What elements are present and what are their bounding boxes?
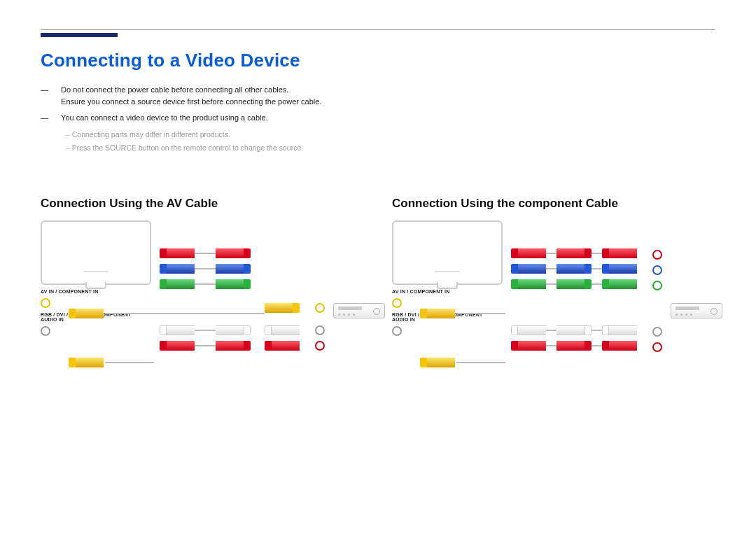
cable-yellow xyxy=(420,309,455,318)
note-text: You can connect a video device to the pr… xyxy=(61,112,715,124)
cable-yellow-left xyxy=(69,309,104,318)
device-jack-pb xyxy=(652,265,662,275)
cable-audio-right xyxy=(265,325,300,351)
cable-group-component-right xyxy=(216,248,251,289)
section-heading: Connection Using the component Cable xyxy=(392,197,715,211)
cable-audio-c xyxy=(602,325,637,351)
av-diagram: AV IN / COMPONENT IN RGB / DVI / HDMI / … xyxy=(41,220,364,381)
note-1: ― Do not connect the power cable before … xyxy=(41,84,715,108)
section-heading: Connection Using the AV Cable xyxy=(41,197,364,211)
av-cable-section: Connection Using the AV Cable AV IN / CO… xyxy=(41,197,364,381)
cable-audio-a xyxy=(511,325,546,351)
jack-yellow xyxy=(392,298,402,308)
device-jack-white xyxy=(652,327,662,337)
component-cable-section: Connection Using the component Cable AV … xyxy=(392,197,715,381)
manual-page: Connecting to a Video Device ― Do not co… xyxy=(0,0,756,409)
cable-component-c xyxy=(602,248,637,289)
cable-yellow-audio xyxy=(69,358,104,367)
note-2: ― You can connect a video device to the … xyxy=(41,112,715,124)
cable-component-a xyxy=(511,248,546,289)
page-title: Connecting to a Video Device xyxy=(41,50,715,71)
tv-icon xyxy=(41,220,151,285)
port-label-avin: AV IN / COMPONENT IN xyxy=(392,289,503,294)
accent-bar xyxy=(41,33,118,37)
sub-note-text: button on the remote control to change t… xyxy=(136,143,303,152)
cable-yellow-right xyxy=(265,303,300,313)
cable-yellow-audio xyxy=(420,358,455,367)
port-label-avin: AV IN / COMPONENT IN xyxy=(41,289,151,294)
source-button-label: SOURCE xyxy=(105,143,136,152)
cable-component-b xyxy=(556,248,592,289)
jack-audio xyxy=(41,326,50,336)
top-rule xyxy=(41,29,715,30)
jack-yellow xyxy=(41,298,50,308)
tv-icon xyxy=(392,220,503,285)
note-line: Do not connect the power cable before co… xyxy=(61,85,288,94)
source-device-icon xyxy=(671,303,722,318)
device-jack-y xyxy=(652,281,662,290)
device-jack-yellow xyxy=(315,303,325,313)
note-text: Do not connect the power cable before co… xyxy=(61,84,715,108)
device-jack-pr xyxy=(652,250,662,260)
sub-note-1: Connecting parts may differ in different… xyxy=(66,128,715,141)
cable-group-component-left xyxy=(160,248,195,289)
device-jack-red xyxy=(652,342,662,352)
note-dash: ― xyxy=(41,112,59,124)
device-jack-white xyxy=(315,325,325,335)
cable-audio-mid xyxy=(216,325,251,351)
source-device-icon xyxy=(333,303,385,318)
component-diagram: AV IN / COMPONENT IN RGB / DVI / HDMI / … xyxy=(392,220,715,381)
jack-audio xyxy=(392,326,402,336)
device-jack-red xyxy=(315,341,325,351)
cable-audio-left xyxy=(160,325,195,351)
note-dash: ― xyxy=(41,84,59,96)
note-line: Ensure you connect a source device first… xyxy=(61,97,321,106)
sub-note-text: Press the xyxy=(72,143,105,152)
cable-audio-b xyxy=(556,325,592,351)
sub-note-2: Press the SOURCE button on the remote co… xyxy=(66,141,715,155)
